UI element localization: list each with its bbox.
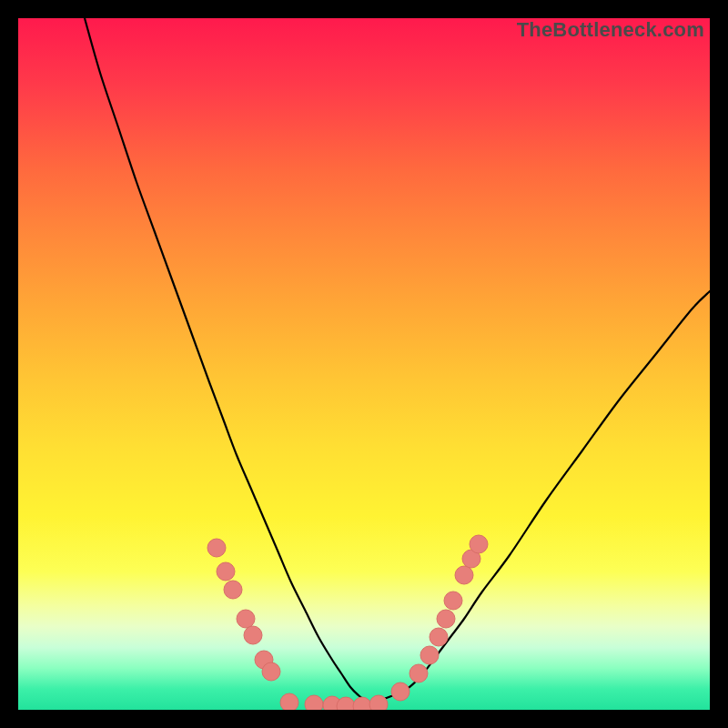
- data-marker: [305, 695, 323, 710]
- data-marker: [444, 592, 462, 610]
- data-marker: [420, 646, 439, 664]
- data-marker: [262, 662, 280, 681]
- data-marker: [455, 566, 473, 584]
- watermark-text: TheBottleneck.com: [517, 18, 704, 42]
- data-marker: [430, 628, 448, 646]
- data-marker: [470, 535, 488, 553]
- data-marker: [410, 664, 428, 682]
- data-marker: [337, 697, 355, 710]
- data-marker: [244, 626, 262, 644]
- data-marker: [207, 539, 226, 557]
- data-marker: [391, 682, 410, 701]
- data-marker: [353, 697, 371, 710]
- data-marker: [237, 610, 255, 628]
- bottleneck-plot: [18, 18, 710, 710]
- data-marker: [437, 610, 455, 628]
- bottleneck-curve: [85, 18, 710, 703]
- data-marker: [224, 581, 242, 599]
- data-marker: [280, 693, 298, 710]
- chart-frame: TheBottleneck.com: [18, 18, 710, 710]
- data-marker: [369, 695, 388, 710]
- data-marker: [217, 562, 235, 581]
